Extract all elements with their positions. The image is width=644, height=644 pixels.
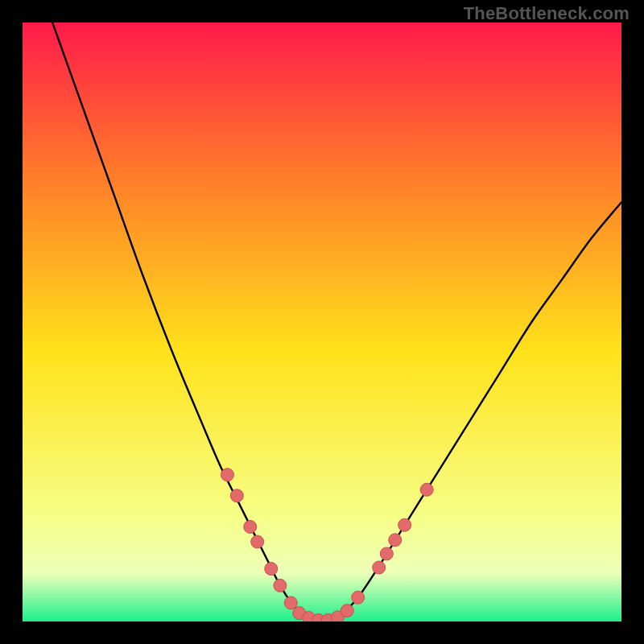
chart-svg <box>23 23 621 621</box>
bottleneck-chart <box>23 23 621 621</box>
data-marker <box>398 518 411 531</box>
data-marker <box>389 534 402 547</box>
data-marker <box>352 591 365 604</box>
data-marker <box>265 563 278 576</box>
data-marker <box>373 561 386 574</box>
data-marker <box>380 547 393 560</box>
data-marker <box>420 483 433 496</box>
data-marker <box>274 579 287 592</box>
data-marker <box>341 605 353 617</box>
data-marker <box>230 489 243 502</box>
data-marker <box>284 597 297 609</box>
watermark-text: TheBottleneck.com <box>464 3 630 24</box>
data-marker <box>221 469 233 481</box>
data-marker <box>251 535 264 548</box>
data-marker <box>244 520 257 533</box>
